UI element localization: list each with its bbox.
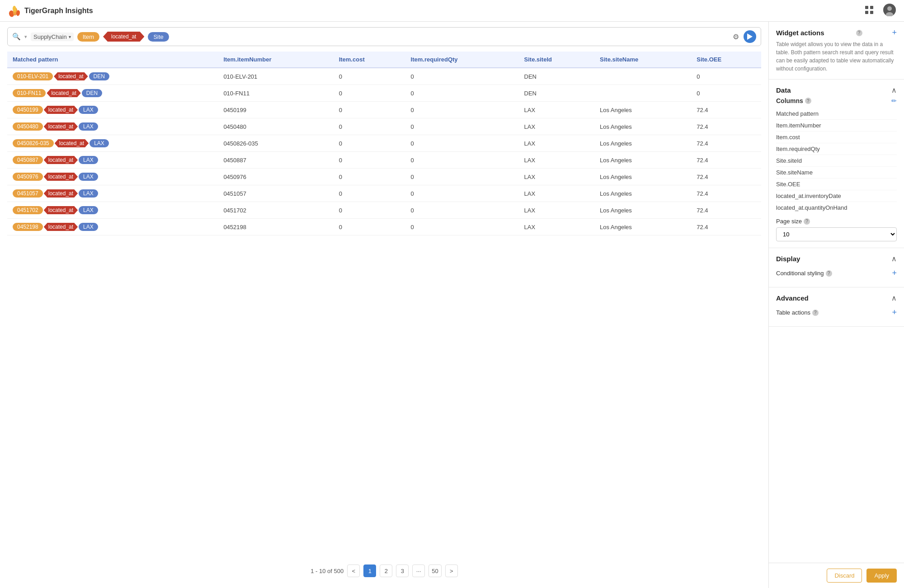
cell-pattern-6: 0450976 located_at LAX: [7, 169, 218, 185]
search-type-dropdown-icon[interactable]: ▾: [24, 34, 27, 40]
cell-required-qty-5: 0: [405, 152, 519, 169]
widget-actions-add-button[interactable]: +: [892, 28, 897, 38]
cell-pattern-4: 0450826-035 located_at LAX: [7, 135, 218, 152]
cell-cost-5: 0: [334, 152, 405, 169]
avatar-icon: [883, 4, 896, 16]
site-chip[interactable]: Site: [148, 32, 169, 42]
widget-actions-help-icon[interactable]: ?: [856, 30, 862, 36]
conditional-styling-help-icon[interactable]: ?: [826, 270, 832, 277]
page-size-help-icon[interactable]: ?: [804, 218, 810, 225]
item-chip[interactable]: Item: [77, 32, 99, 42]
grid-menu-button[interactable]: [863, 4, 875, 18]
logo-icon: [7, 4, 22, 18]
cell-site-name-0: [594, 68, 691, 85]
column-list-item: Site.siteId: [776, 155, 897, 167]
cell-site-id-2: LAX: [519, 102, 594, 118]
table-header-row: Matched pattern Item.itemNumber Item.cos…: [7, 52, 761, 68]
col-site-name[interactable]: Site.siteName: [594, 52, 691, 68]
columns-label: Columns: [776, 97, 803, 104]
cell-oee-9: 72.4: [691, 219, 761, 235]
edge-chip[interactable]: located_at: [103, 32, 144, 42]
cell-required-qty-9: 0: [405, 219, 519, 235]
cell-oee-6: 72.4: [691, 169, 761, 185]
svg-rect-5: [870, 6, 873, 9]
col-item-number[interactable]: Item.itemNumber: [218, 52, 333, 68]
col-matched-pattern[interactable]: Matched pattern: [7, 52, 218, 68]
display-section-header: Display ∧: [776, 254, 897, 263]
col-item-required-qty[interactable]: Item.requiredQty: [405, 52, 519, 68]
cell-site-name-1: [594, 85, 691, 102]
cell-pattern-8: 0451702 located_at LAX: [7, 202, 218, 219]
advanced-section-toggle[interactable]: ∧: [891, 294, 897, 302]
page-1-button[interactable]: 1: [363, 564, 376, 577]
cell-item-number-5: 0450887: [218, 152, 333, 169]
graph-name: SupplyChain: [33, 33, 67, 40]
cell-site-name-4: Los Angeles: [594, 135, 691, 152]
columns-header: Columns ? ✏: [776, 97, 897, 104]
col-site-id[interactable]: Site.siteId: [519, 52, 594, 68]
advanced-section-title: Advanced: [776, 294, 809, 302]
cell-site-name-9: Los Angeles: [594, 219, 691, 235]
data-section-header: Data ∧: [776, 86, 897, 94]
apply-button[interactable]: Apply: [866, 569, 897, 583]
page-size-select[interactable]: 10 20 50 100: [776, 227, 897, 241]
table-row: 0450976 located_at LAX 0450976 0 0 LAX L…: [7, 169, 761, 185]
right-panel: Widget actions ? + Table widget allows y…: [768, 22, 904, 588]
cell-pattern-2: 0450199 located_at LAX: [7, 102, 218, 118]
table-wrapper: Matched pattern Item.itemNumber Item.cos…: [7, 52, 761, 559]
page-3-button[interactable]: 3: [396, 564, 409, 577]
cell-pattern-5: 0450887 located_at LAX: [7, 152, 218, 169]
data-section-toggle[interactable]: ∧: [891, 86, 897, 94]
logo: TigerGraph Insights: [7, 4, 93, 18]
display-section: Display ∧ Conditional styling ? +: [769, 248, 904, 287]
columns-help-icon[interactable]: ?: [805, 98, 811, 104]
page-2-button[interactable]: 2: [380, 564, 392, 577]
column-list: Matched patternItem.itemNumberItem.costI…: [776, 108, 897, 213]
col-item-cost[interactable]: Item.cost: [334, 52, 405, 68]
cell-required-qty-6: 0: [405, 169, 519, 185]
page-range: 1 - 10 of 500: [311, 568, 344, 574]
page-50-button[interactable]: 50: [428, 564, 441, 577]
top-nav: TigerGraph Insights: [0, 0, 904, 22]
svg-rect-4: [865, 6, 868, 9]
col-site-oee[interactable]: Site.OEE: [691, 52, 761, 68]
table-row: 0452198 located_at LAX 0452198 0 0 LAX L…: [7, 219, 761, 235]
cell-site-id-7: LAX: [519, 185, 594, 202]
data-section-title: Data: [776, 86, 791, 94]
cell-cost-7: 0: [334, 185, 405, 202]
topnav-right: [863, 3, 897, 19]
svg-point-9: [887, 6, 892, 11]
table-actions-label: Table actions ?: [776, 309, 819, 316]
conditional-styling-add-button[interactable]: +: [892, 268, 897, 278]
next-page-button[interactable]: >: [445, 564, 458, 577]
column-list-item: Site.OEE: [776, 179, 897, 190]
main-layout: 🔍 ▾ SupplyChain ▾ Item located_at Site ⚙: [0, 22, 904, 588]
run-button[interactable]: [744, 30, 756, 43]
table-actions-add-button[interactable]: +: [892, 308, 897, 317]
cell-oee-0: 0: [691, 68, 761, 85]
prev-page-button[interactable]: <: [347, 564, 360, 577]
display-section-toggle[interactable]: ∧: [891, 254, 897, 263]
panel-actions: Discard Apply: [769, 563, 904, 588]
cell-item-number-4: 0450826-035: [218, 135, 333, 152]
user-avatar-button[interactable]: [882, 3, 897, 19]
cell-item-number-1: 010-FN11: [218, 85, 333, 102]
settings-button[interactable]: ⚙: [732, 32, 740, 42]
cell-site-id-4: LAX: [519, 135, 594, 152]
cell-cost-1: 0: [334, 85, 405, 102]
table-actions-row: Table actions ? +: [776, 305, 897, 320]
page-ellipsis: ···: [412, 564, 425, 577]
table-row: 0451057 located_at LAX 0451057 0 0 LAX L…: [7, 185, 761, 202]
cell-site-id-5: LAX: [519, 152, 594, 169]
discard-button[interactable]: Discard: [827, 569, 862, 583]
cell-site-name-2: Los Angeles: [594, 102, 691, 118]
search-actions: ⚙: [732, 30, 756, 43]
graph-selector[interactable]: SupplyChain ▾: [31, 33, 74, 41]
table-row: 0451702 located_at LAX 0451702 0 0 LAX L…: [7, 202, 761, 219]
table-actions-help-icon[interactable]: ?: [812, 310, 819, 316]
search-bar: 🔍 ▾ SupplyChain ▾ Item located_at Site ⚙: [7, 27, 761, 46]
grid-icon: [864, 5, 874, 15]
data-table: Matched pattern Item.itemNumber Item.cos…: [7, 52, 761, 235]
table-row: 0450480 located_at LAX 0450480 0 0 LAX L…: [7, 118, 761, 135]
columns-edit-icon[interactable]: ✏: [891, 97, 897, 104]
